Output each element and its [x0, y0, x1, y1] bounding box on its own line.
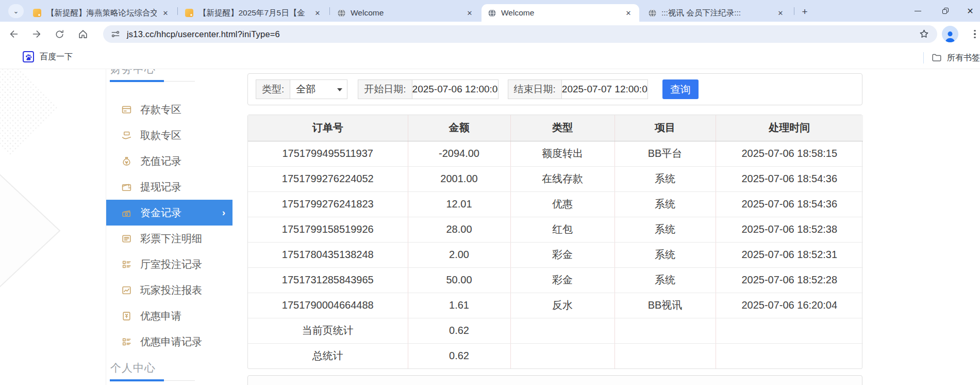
chevron-down-icon	[337, 88, 342, 91]
baidu-paw-icon	[23, 51, 34, 62]
column-header: 项目	[614, 115, 716, 141]
watermark-dots	[0, 69, 58, 155]
browser-tab-4[interactable]: Welcome✕	[481, 4, 639, 22]
folder-icon	[931, 52, 942, 63]
tab-search-chevron-icon[interactable]: ⌄	[8, 4, 24, 18]
end-date-input[interactable]	[561, 79, 648, 99]
web-page-content: 财务中心 存款专区›取款专区›充值记录›提现记录›资金记录›彩票下注明细›厅室投…	[0, 69, 980, 385]
forward-button[interactable]	[28, 25, 45, 43]
section-underline-accent	[110, 80, 164, 82]
section-underline	[164, 380, 195, 381]
table-cell: 2.00	[408, 242, 510, 267]
sidebar-menu: 存款专区›取款专区›充值记录›提现记录›资金记录›彩票下注明细›厅室投注记录›玩…	[106, 97, 232, 355]
table-cell: 红包	[510, 217, 614, 242]
table-cell: 1751799276241823	[248, 191, 408, 217]
table-cell	[716, 318, 863, 343]
sidebar-item-label: 彩票下注明细	[140, 232, 202, 246]
column-header: 订单号	[248, 115, 408, 141]
browser-tab-3[interactable]: Welcome✕	[331, 4, 480, 22]
back-button[interactable]	[5, 25, 23, 43]
table-row: 175179915851992628.00红包系统2025-07-06 18:5…	[248, 217, 863, 242]
profile-avatar[interactable]	[942, 26, 958, 42]
bookmark-star-icon[interactable]	[918, 28, 930, 40]
globe-icon	[337, 9, 346, 18]
sidebar-item-3[interactable]: 充值记录›	[106, 148, 232, 174]
table-row: 17517804351382482.00彩金系统2025-07-06 18:52…	[248, 242, 863, 267]
grid-list-icon	[121, 259, 132, 270]
forward-arrow-icon	[31, 28, 42, 40]
tab-title: 【新提醒】海燕策略论坛综合交	[46, 8, 157, 19]
table-cell: 彩金	[510, 267, 614, 293]
table-body: 1751799495511937-2094.00额度转出BB平台2025-07-…	[248, 141, 863, 368]
table-row: 175173128584396550.00彩金系统2025-07-06 18:5…	[248, 267, 863, 293]
chevron-right-icon: ›	[222, 207, 225, 218]
table-cell: 2025-07-06 18:58:15	[716, 141, 863, 166]
bookmark-baidu[interactable]: 百度一下	[23, 51, 73, 62]
table-cell: 2025-07-06 16:20:04	[716, 293, 863, 318]
sidebar-item-8[interactable]: 玩家投注报表›	[106, 277, 232, 303]
new-tab-plus-icon[interactable]: +	[798, 5, 811, 19]
browser-tab-5[interactable]: :::视讯 会员下注纪录:::✕	[642, 4, 791, 22]
promo-badge-icon	[121, 311, 132, 322]
table-cell: 反水	[510, 293, 614, 318]
table-row: 17517900046644881.61反水BB视讯2025-07-06 16:…	[248, 293, 863, 318]
site-info-tune-icon[interactable]	[110, 29, 121, 39]
table-cell: 系统	[614, 166, 716, 191]
tab-close-icon[interactable]: ✕	[623, 7, 634, 19]
table-cell	[614, 318, 716, 343]
sidebar-item-6[interactable]: 彩票下注明细›	[106, 226, 232, 251]
start-date-input[interactable]	[412, 79, 499, 99]
tab-title: Welcome	[501, 8, 620, 18]
funds-record-table: 订单号金额类型项目处理时间 1751799495511937-2094.00额度…	[247, 115, 862, 369]
reload-button[interactable]	[51, 25, 68, 43]
restore-icon	[942, 8, 949, 14]
browser-tab-1[interactable]: 【新提醒】海燕策略论坛综合交✕	[27, 4, 176, 22]
close-window-button[interactable]: ✕	[959, 0, 980, 22]
list-doc-icon	[121, 233, 132, 244]
bookmarks-divider	[923, 52, 924, 63]
cash-cards-icon	[121, 207, 132, 218]
restore-button[interactable]	[934, 0, 957, 22]
tab-close-icon[interactable]: ✕	[312, 7, 323, 19]
table-cell: 12.01	[408, 191, 510, 217]
sidebar-item-10[interactable]: 优惠申请记录›	[106, 329, 232, 355]
sidebar-item-7[interactable]: 厅室投注记录›	[106, 251, 232, 277]
browser-tab-strip: ⌄ 【新提醒】海燕策略论坛综合交✕【新提醒】2025年7月5日【金✕Welcom…	[0, 0, 980, 22]
forum-icon	[185, 9, 194, 18]
reload-icon	[54, 29, 65, 40]
section-underline-accent	[110, 379, 164, 381]
sidebar-item-label: 充值记录	[140, 154, 181, 168]
sidebar-item-2[interactable]: 取款专区›	[106, 122, 232, 148]
start-date-label: 开始日期:	[358, 79, 412, 99]
all-bookmarks-label[interactable]: 所有书签	[947, 53, 980, 63]
sidebar-item-9[interactable]: 优惠申请›	[106, 303, 232, 329]
url-text[interactable]: js13.cc/hhcp/usercenter.html?iniType=6	[127, 29, 280, 39]
type-select[interactable]: 全部	[290, 79, 347, 99]
column-header: 处理时间	[716, 115, 863, 141]
bottom-panel	[247, 375, 862, 385]
search-button[interactable]: 查询	[662, 79, 699, 99]
table-cell: 2001.00	[408, 166, 510, 191]
sidebar-section-finance-center: 财务中心	[110, 69, 156, 76]
bookmark-baidu-label: 百度一下	[40, 52, 73, 62]
tab-close-icon[interactable]: ✕	[160, 7, 171, 19]
tab-close-icon[interactable]: ✕	[775, 7, 786, 19]
sidebar-item-4[interactable]: 提现记录›	[106, 174, 232, 200]
browser-tab-2[interactable]: 【新提醒】2025年7月5日【金✕	[179, 4, 328, 22]
filter-bar: 类型: 全部 开始日期: 结束日期: 查询	[247, 73, 862, 105]
close-icon: ✕	[967, 6, 973, 16]
section-underline	[164, 81, 195, 82]
sidebar-item-1[interactable]: 存款专区›	[106, 97, 232, 122]
table-row: 175179927624182312.01优惠系统2025-07-06 18:5…	[248, 191, 863, 217]
home-button[interactable]	[74, 25, 92, 43]
minimize-button[interactable]	[906, 0, 929, 22]
sidebar-section-personal-center: 个人中心	[110, 361, 156, 375]
profile-avatar-icon	[943, 30, 957, 42]
address-bar[interactable]: js13.cc/hhcp/usercenter.html?iniType=6	[103, 25, 937, 43]
table-cell: 1.61	[408, 293, 510, 318]
sidebar-item-5[interactable]: 资金记录›	[106, 200, 232, 226]
globe-icon	[488, 9, 496, 18]
browser-menu-kebab-icon[interactable]	[967, 26, 980, 42]
tab-close-icon[interactable]: ✕	[464, 7, 475, 19]
table-cell: 1751799158519926	[248, 217, 408, 242]
